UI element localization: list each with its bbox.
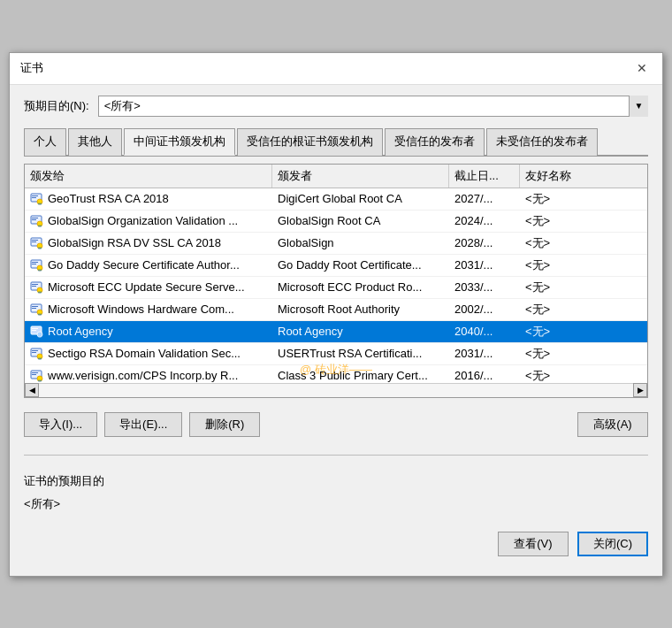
table-row[interactable]: GlobalSign Organization Validation ...Gl… bbox=[25, 211, 647, 233]
divider bbox=[24, 455, 648, 456]
col-header-friendly-name[interactable]: 友好名称 bbox=[520, 165, 647, 188]
table-row[interactable]: www.verisign.com/CPS Incorp.by R...Class… bbox=[25, 365, 647, 383]
cell-friendly-name: <无> bbox=[520, 188, 647, 210]
issued-to-text: Go Daddy Secure Certificate Author... bbox=[48, 258, 240, 272]
cert-purpose-section: 证书的预期目的 <所有> bbox=[24, 466, 648, 519]
table-row[interactable]: GeoTrust RSA CA 2018DigiCert Global Root… bbox=[25, 188, 647, 211]
svg-rect-4 bbox=[39, 203, 40, 204]
purpose-label: 预期目的(N): bbox=[24, 98, 89, 114]
svg-point-27 bbox=[37, 287, 42, 293]
svg-rect-26 bbox=[32, 286, 36, 287]
purpose-select-wrap: <所有> ▼ bbox=[98, 96, 648, 117]
issued-to-text: Microsoft ECC Update Secure Serve... bbox=[48, 280, 245, 294]
svg-point-15 bbox=[37, 243, 42, 249]
chevron-down-icon[interactable]: ▼ bbox=[629, 96, 648, 117]
certificate-dialog: 证书 ✕ 预期目的(N): <所有> ▼ 个人 其他人 中间证书颁发机构 受信任… bbox=[9, 52, 663, 577]
cell-expiry: 2031/... bbox=[449, 256, 520, 274]
table-row[interactable]: Microsoft Windows Hardware Com...Microso… bbox=[25, 299, 647, 321]
issued-to-text: Sectigo RSA Domain Validation Sec... bbox=[48, 347, 241, 360]
export-button[interactable]: 导出(E)... bbox=[104, 412, 182, 437]
cell-issued-to: Sectigo RSA Domain Validation Sec... bbox=[25, 344, 272, 363]
svg-rect-53 bbox=[41, 379, 42, 381]
svg-rect-41 bbox=[41, 335, 42, 337]
table-scroll-area[interactable]: GeoTrust RSA CA 2018DigiCert Global Root… bbox=[25, 188, 647, 383]
close-icon[interactable]: ✕ bbox=[632, 58, 652, 78]
svg-rect-22 bbox=[39, 269, 40, 271]
table-row[interactable]: Go Daddy Secure Certificate Author...Go … bbox=[25, 255, 647, 277]
certificate-icon bbox=[30, 370, 44, 382]
certificate-icon bbox=[30, 281, 44, 294]
svg-point-3 bbox=[37, 199, 42, 204]
view-button[interactable]: 查看(V) bbox=[498, 532, 569, 556]
svg-rect-34 bbox=[39, 313, 40, 315]
cell-expiry: 2016/... bbox=[449, 366, 520, 383]
import-button[interactable]: 导入(I)... bbox=[24, 412, 97, 437]
cell-expiry: 2033/... bbox=[449, 278, 520, 296]
cell-expiry: 2040/... bbox=[449, 322, 520, 341]
tab-others[interactable]: 其他人 bbox=[68, 128, 122, 156]
svg-rect-1 bbox=[32, 195, 38, 196]
svg-point-51 bbox=[37, 376, 42, 381]
scroll-right-arrow[interactable]: ▶ bbox=[633, 383, 647, 397]
svg-rect-20 bbox=[32, 264, 36, 264]
tab-intermediate[interactable]: 中间证书颁发机构 bbox=[124, 128, 235, 156]
horizontal-scrollbar[interactable]: ◀ ▶ bbox=[25, 383, 647, 397]
col-header-issued-to[interactable]: 颁发给 bbox=[25, 165, 272, 188]
certificate-table: 颁发给 颁发者 截止日... 友好名称 GeoTrust RSA CA 2018… bbox=[24, 164, 648, 398]
cell-expiry: 2002/... bbox=[449, 300, 520, 318]
cell-issued-by: GlobalSign Root CA bbox=[272, 211, 449, 230]
tab-untrusted-publishers[interactable]: 未受信任的发布者 bbox=[486, 128, 598, 156]
bottom-buttons-row: 查看(V) 关闭(C) bbox=[24, 526, 648, 565]
tab-trusted-root[interactable]: 受信任的根证书颁发机构 bbox=[237, 128, 383, 156]
svg-rect-28 bbox=[39, 291, 40, 293]
svg-point-33 bbox=[37, 310, 42, 315]
scroll-left-arrow[interactable]: ◀ bbox=[25, 383, 39, 397]
advanced-button[interactable]: 高级(A) bbox=[577, 412, 648, 437]
tab-personal[interactable]: 个人 bbox=[24, 128, 66, 156]
cell-friendly-name: <无> bbox=[520, 255, 647, 276]
remove-button[interactable]: 删除(R) bbox=[189, 412, 260, 437]
tab-trusted-publishers[interactable]: 受信任的发布者 bbox=[385, 128, 485, 156]
cell-issued-to: Root Agency bbox=[25, 322, 272, 341]
cell-issued-to: GlobalSign RSA DV SSL CA 2018 bbox=[25, 234, 272, 252]
close-button[interactable]: 关闭(C) bbox=[577, 532, 648, 556]
scroll-track[interactable] bbox=[39, 384, 633, 397]
cell-issued-by: GlobalSign bbox=[272, 234, 449, 252]
col-header-issued-by[interactable]: 颁发者 bbox=[272, 165, 449, 188]
svg-rect-44 bbox=[32, 352, 36, 353]
purpose-value[interactable]: <所有> bbox=[98, 96, 648, 117]
table-row[interactable]: Microsoft ECC Update Secure Serve...Micr… bbox=[25, 277, 647, 299]
certificate-icon bbox=[30, 215, 44, 227]
issued-to-text: GlobalSign Organization Validation ... bbox=[48, 214, 238, 227]
cell-issued-by: Go Daddy Root Certificate... bbox=[272, 256, 449, 274]
col-header-expiry[interactable]: 截止日... bbox=[449, 165, 520, 188]
svg-rect-11 bbox=[41, 225, 42, 226]
cell-friendly-name: <无> bbox=[520, 233, 647, 254]
cell-issued-to: GeoTrust RSA CA 2018 bbox=[25, 189, 272, 208]
svg-rect-52 bbox=[39, 379, 40, 381]
cell-issued-by: DigiCert Global Root CA bbox=[272, 189, 449, 208]
cell-expiry: 2031/... bbox=[449, 344, 520, 363]
svg-point-9 bbox=[37, 221, 42, 226]
svg-rect-10 bbox=[39, 225, 40, 226]
cell-issued-to: www.verisign.com/CPS Incorp.by R... bbox=[25, 366, 272, 383]
svg-rect-7 bbox=[32, 218, 38, 218]
cell-expiry: 2024/... bbox=[449, 211, 520, 230]
svg-rect-50 bbox=[32, 374, 36, 375]
title-bar: 证书 ✕ bbox=[10, 53, 662, 85]
certificate-icon bbox=[30, 348, 44, 360]
table-row[interactable]: Sectigo RSA Domain Validation Sec...USER… bbox=[25, 343, 647, 365]
svg-rect-49 bbox=[32, 372, 38, 373]
svg-rect-16 bbox=[39, 247, 40, 249]
svg-rect-19 bbox=[32, 262, 38, 263]
cell-friendly-name: <无> bbox=[520, 343, 647, 364]
cell-issued-by: Root Agency bbox=[272, 322, 449, 341]
cell-friendly-name: <无> bbox=[520, 277, 647, 298]
issued-to-text: GeoTrust RSA CA 2018 bbox=[48, 192, 169, 205]
certificate-icon bbox=[30, 259, 44, 272]
table-row[interactable]: Root AgencyRoot Agency2040/...<无> bbox=[25, 321, 647, 343]
table-row[interactable]: GlobalSign RSA DV SSL CA 2018GlobalSign2… bbox=[25, 233, 647, 255]
purpose-row: 预期目的(N): <所有> ▼ bbox=[24, 96, 648, 117]
svg-rect-25 bbox=[32, 284, 38, 285]
cell-friendly-name: <无> bbox=[520, 321, 647, 342]
